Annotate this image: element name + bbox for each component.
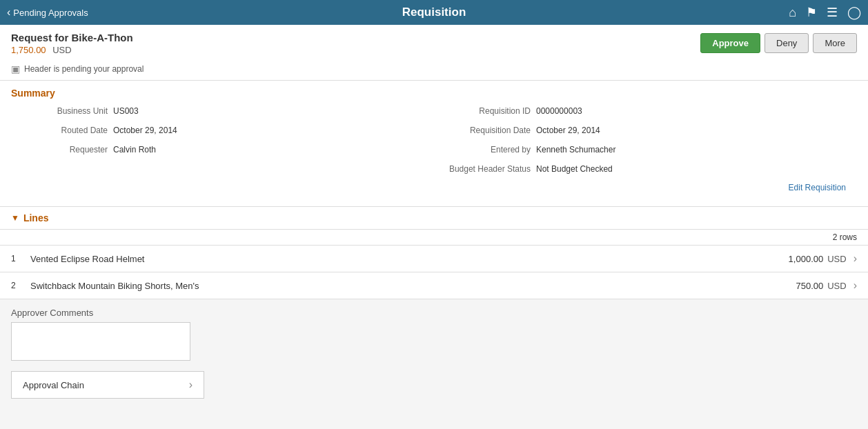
line-amount-2: 750.00 (796, 281, 823, 291)
label-entered-by: Entered by (434, 145, 531, 154)
request-title: Request for Bike-A-Thon (11, 32, 700, 43)
value-budget-status: Not Budget Checked (536, 164, 613, 174)
summary-row-business-unit: Business Unit US003 (11, 103, 434, 119)
label-req-id: Requisition ID (434, 106, 531, 116)
approval-chain-row[interactable]: Approval Chain › (11, 371, 204, 399)
line-desc-2: Switchback Mountain Biking Shorts, Men's (30, 281, 796, 291)
summary-row-budget-status: Budget Header Status Not Budget Checked (434, 161, 857, 177)
label-business-unit: Business Unit (11, 106, 108, 116)
summary-row-req-id: Requisition ID 0000000003 (434, 103, 857, 119)
label-requester: Requester (11, 145, 108, 154)
main-content: Request for Bike-A-Thon 1,750.00 USD App… (0, 25, 868, 412)
edit-req-row: Edit Requisition (434, 180, 857, 199)
value-req-date: October 29, 2014 (536, 126, 600, 135)
amount-value: 1,750.00 (11, 45, 46, 55)
menu-icon[interactable]: ☰ (827, 5, 838, 20)
line-num-2: 2 (11, 281, 25, 290)
summary-row-requester: Requester Calvin Roth (11, 141, 434, 158)
line-item-2[interactable]: 2 Switchback Mountain Biking Shorts, Men… (0, 272, 868, 299)
line-currency-2: USD (827, 281, 846, 291)
summary-row-req-date: Requisition Date October 29, 2014 (434, 122, 857, 139)
amount-currency: USD (52, 45, 71, 55)
title-block: Request for Bike-A-Thon 1,750.00 USD (11, 32, 700, 55)
value-requester: Calvin Roth (113, 145, 156, 154)
edit-requisition-link[interactable]: Edit Requisition (789, 183, 846, 192)
value-business-unit: US003 (113, 106, 139, 116)
line-chevron-1-icon: › (854, 252, 857, 265)
notice-icon: ▣ (11, 63, 20, 74)
line-chevron-2-icon: › (854, 279, 857, 292)
pending-notice: ▣ Header is pending your approval (0, 59, 868, 80)
title-action-row: Request for Bike-A-Thon 1,750.00 USD App… (0, 25, 868, 59)
summary-grid: Business Unit US003 Routed Date October … (0, 103, 868, 206)
nav-icons: ⌂ ⚑ ☰ ◯ (789, 5, 861, 20)
value-req-id: 0000000003 (536, 106, 582, 116)
lines-label: Lines (23, 212, 49, 223)
summary-left: Business Unit US003 Routed Date October … (11, 103, 434, 199)
line-num-1: 1 (11, 254, 25, 263)
lines-toggle-icon[interactable]: ▼ (11, 213, 19, 223)
back-link[interactable]: ‹ Pending Approvals (7, 6, 88, 19)
bottom-area: Approver Comments Approval Chain › (0, 299, 868, 412)
label-routed-date: Routed Date (11, 126, 108, 135)
approver-comments-input[interactable] (11, 322, 190, 361)
lines-rows-count: 2 rows (0, 229, 868, 245)
line-amount-1: 1,000.00 (789, 254, 824, 264)
line-item-1[interactable]: 1 Vented Eclipse Road Helmet 1,000.00 US… (0, 245, 868, 272)
home-icon[interactable]: ⌂ (789, 6, 796, 20)
approval-chain-label: Approval Chain (23, 380, 189, 390)
deny-button[interactable]: Deny (765, 33, 809, 53)
value-entered-by: Kenneth Schumacher (536, 145, 615, 154)
approval-chain-chevron-icon: › (189, 379, 193, 391)
pending-notice-text: Header is pending your approval (24, 64, 144, 74)
action-buttons: Approve Deny More (700, 33, 857, 53)
back-link-label: Pending Approvals (13, 8, 88, 18)
summary-row-entered-by: Entered by Kenneth Schumacher (434, 141, 857, 158)
approver-section: Approver Comments (0, 299, 868, 371)
request-amount: 1,750.00 USD (11, 45, 700, 55)
label-req-date: Requisition Date (434, 126, 531, 135)
summary-header: Summary (0, 81, 868, 103)
value-routed-date: October 29, 2014 (113, 126, 177, 135)
label-budget-status: Budget Header Status (434, 164, 531, 174)
approve-button[interactable]: Approve (700, 33, 760, 53)
line-desc-1: Vented Eclipse Road Helmet (30, 254, 789, 264)
lines-header-row: ▼ Lines (0, 206, 868, 229)
user-icon[interactable]: ◯ (847, 5, 861, 20)
more-button[interactable]: More (813, 33, 857, 53)
page-title: Requisition (402, 6, 466, 19)
top-nav: ‹ Pending Approvals Requisition ⌂ ⚑ ☰ ◯ (0, 0, 868, 25)
flag-icon[interactable]: ⚑ (806, 5, 817, 20)
summary-right: Requisition ID 0000000003 Requisition Da… (434, 103, 857, 199)
summary-row-routed-date: Routed Date October 29, 2014 (11, 122, 434, 139)
approver-comments-label: Approver Comments (11, 308, 857, 318)
line-currency-1: USD (827, 254, 846, 264)
back-arrow-icon: ‹ (7, 6, 10, 19)
